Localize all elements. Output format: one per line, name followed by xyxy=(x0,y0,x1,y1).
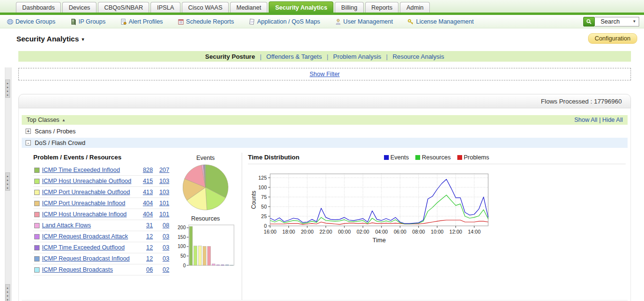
arrow-right-icon: ▸ xyxy=(7,90,8,92)
section-scans-probes[interactable]: + Scans / Probes xyxy=(22,126,628,136)
tab-separator: | xyxy=(327,53,328,60)
expand-icon[interactable]: + xyxy=(26,129,31,134)
time-chart-legend: EventsResourcesProblems xyxy=(384,154,489,161)
bar xyxy=(221,265,224,265)
events-count-link[interactable]: 404 xyxy=(139,200,153,207)
class-link[interactable]: ICMP Request Broadcasts xyxy=(42,266,113,273)
sidebar-expand-handle[interactable]: ▸▸▸▸ xyxy=(5,284,10,301)
svg-text:0: 0 xyxy=(183,263,186,268)
resources-count-link[interactable]: 02 xyxy=(156,266,169,273)
bar xyxy=(198,246,202,265)
flows-processed-text: Flows Processed : 17796960 xyxy=(541,98,622,105)
bar xyxy=(189,226,192,265)
schedule-reports-link[interactable]: Schedule Reports xyxy=(178,18,234,25)
page-title-text: Security Analytics xyxy=(16,35,79,43)
bar xyxy=(225,265,229,265)
events-count-link[interactable]: 404 xyxy=(139,211,153,218)
resources-count-link[interactable]: 03 xyxy=(156,233,169,240)
quick-toolbar: Device GroupsIP GroupsAlert ProfilesSche… xyxy=(7,18,488,25)
configuration-button[interactable]: Configuration xyxy=(588,33,637,44)
class-link[interactable]: ICMP Host Unreachable Outflood xyxy=(42,178,131,184)
tab-billing[interactable]: Billing xyxy=(335,2,363,13)
resources-count-link[interactable]: 03 xyxy=(156,244,169,251)
resources-count-link[interactable]: 08 xyxy=(156,222,169,229)
svg-text:02:00: 02:00 xyxy=(356,229,369,235)
sidebar-expand-handle[interactable]: ▸▸▸▸ xyxy=(5,172,10,191)
legend-label: Events xyxy=(390,154,409,161)
class-link[interactable]: ICMP Port Unreachable Outflood xyxy=(42,189,130,196)
show-filter-link[interactable]: Show Filter xyxy=(310,71,340,78)
hide-all-link[interactable]: Hide All xyxy=(603,117,623,123)
resources-count-link[interactable]: 03 xyxy=(156,255,169,262)
class-link[interactable]: ICMP Port Unreachable Inflood xyxy=(42,200,125,207)
search-input[interactable]: Search ▼ xyxy=(595,17,639,26)
class-link[interactable]: ICMP Host Unreachable Inflood xyxy=(42,211,127,218)
tab-cbqos-nbar[interactable]: CBQoS/NBAR xyxy=(98,2,150,13)
tab-separator: | xyxy=(386,53,387,60)
tab-dashboards[interactable]: Dashboards xyxy=(16,2,61,13)
tab-security-analytics[interactable]: Security Analytics xyxy=(269,1,333,13)
tab-security-posture[interactable]: Security Posture xyxy=(205,53,255,60)
events-count-link[interactable]: 12 xyxy=(139,233,153,240)
arrow-right-icon: ▸ xyxy=(7,290,8,293)
chevron-down-icon[interactable]: ▼ xyxy=(632,19,636,24)
tab-admin[interactable]: Admin xyxy=(400,2,429,13)
license-management-link[interactable]: License Management xyxy=(407,18,474,25)
alert-profiles-link[interactable]: Alert Profiles xyxy=(120,18,163,25)
search-box[interactable]: Search ▼ xyxy=(583,17,639,26)
tab-reports[interactable]: Reports xyxy=(365,2,399,13)
resources-bar-chart: 050100150200 xyxy=(169,223,242,268)
class-link[interactable]: ICMP Time Exceeded Outflood xyxy=(42,244,124,251)
mini-charts-column: Events Resources 050100150200 xyxy=(169,153,242,300)
table-row: ICMP Request Broadcast Attack1203 xyxy=(33,231,169,242)
tab-problem-analysis[interactable]: Problem Analysis xyxy=(333,53,382,60)
application-qos-maps-link[interactable]: Application / QoS Maps xyxy=(248,18,320,25)
section-dos-flash-crowd[interactable]: - DoS / Flash Crowd xyxy=(22,138,628,148)
events-count-link[interactable]: 12 xyxy=(139,244,153,251)
toolbar-item-label: Application / QoS Maps xyxy=(257,18,320,25)
tab-offenders-targets[interactable]: Offenders & Targets xyxy=(266,53,322,60)
resources-count-link[interactable]: 207 xyxy=(156,167,169,173)
collapse-icon[interactable]: - xyxy=(26,140,31,145)
class-link[interactable]: ICMP Request Broadcast Inflood xyxy=(42,255,130,262)
resources-count-link[interactable]: 101 xyxy=(156,211,169,218)
class-link[interactable]: ICMP Request Broadcast Attack xyxy=(42,233,128,240)
events-count-link[interactable]: 415 xyxy=(139,178,153,184)
tab-ipsla[interactable]: IPSLA xyxy=(151,2,180,13)
table-row: ICMP Time Exceeded Inflood828207 xyxy=(33,165,169,176)
arrow-right-icon: ▸ xyxy=(7,93,8,96)
ip-groups-link[interactable]: IP Groups xyxy=(70,18,106,25)
table-row: ICMP Port Unreachable Outflood413103 xyxy=(33,187,169,198)
events-count-link[interactable]: 06 xyxy=(139,266,153,273)
bar-chart-title: Resources xyxy=(169,215,242,222)
resources-count-link[interactable]: 103 xyxy=(156,189,169,196)
class-link[interactable]: ICMP Time Exceeded Inflood xyxy=(42,167,120,173)
tab-devices[interactable]: Devices xyxy=(62,2,96,13)
tab-medianet[interactable]: Medianet xyxy=(230,2,267,13)
resources-count-link[interactable]: 101 xyxy=(156,200,169,207)
device-groups-link[interactable]: Device Groups xyxy=(7,18,55,25)
arrow-right-icon: ▸ xyxy=(7,186,8,189)
svg-text:08:00: 08:00 xyxy=(412,229,425,235)
search-button[interactable] xyxy=(583,17,595,26)
tab-separator: | xyxy=(260,53,261,60)
events-count-link[interactable]: 413 xyxy=(139,189,153,196)
top-classes-header[interactable]: Top Classes ▲ Show All | Hide All xyxy=(22,115,628,125)
events-count-link[interactable]: 12 xyxy=(139,255,153,262)
show-all-link[interactable]: Show All xyxy=(574,117,597,123)
user-management-link[interactable]: User Management xyxy=(335,18,393,25)
tab-cisco-waas[interactable]: Cisco WAAS xyxy=(182,2,229,13)
events-count-link[interactable]: 31 xyxy=(139,222,153,229)
bar xyxy=(207,247,211,266)
class-color-chip xyxy=(34,212,40,217)
resources-count-link[interactable]: 103 xyxy=(156,178,169,184)
sidebar-expand-handle[interactable]: ▸▸▸▸ xyxy=(5,79,10,98)
page-title[interactable]: Security Analytics▼ xyxy=(16,35,85,43)
class-link[interactable]: Land Attack Flows xyxy=(42,222,91,229)
legend-swatch xyxy=(384,155,389,160)
bar xyxy=(216,265,219,265)
class-table: Problem / Events / Resources ICMP Time E… xyxy=(33,153,169,300)
events-count-link[interactable]: 828 xyxy=(139,167,153,173)
tab-resource-analysis[interactable]: Resource Analysis xyxy=(393,53,444,60)
legend-label: Problems xyxy=(464,154,489,161)
